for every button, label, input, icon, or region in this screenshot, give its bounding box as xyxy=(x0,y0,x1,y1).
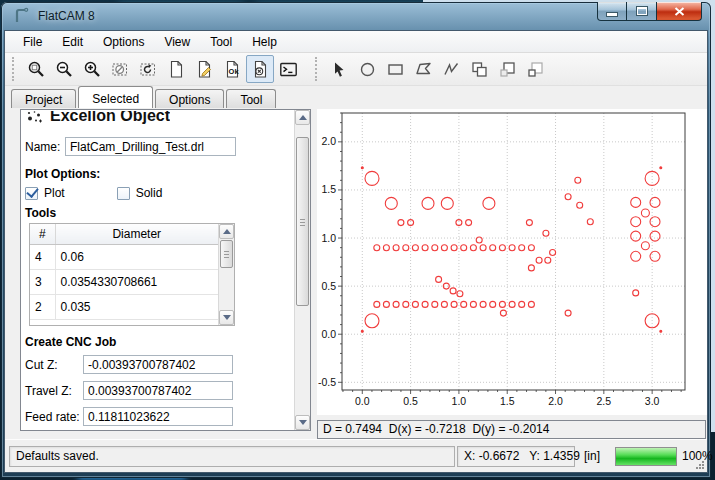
toolbar-editor-ok-button[interactable]: Ok xyxy=(218,55,246,83)
toolbar-drag-handle[interactable] xyxy=(315,57,319,81)
replot-icon xyxy=(139,60,158,79)
name-row: Name: xyxy=(25,137,236,156)
tab-options[interactable]: Options xyxy=(155,89,224,108)
toolbar-union-button[interactable] xyxy=(465,55,493,83)
menu-help[interactable]: Help xyxy=(242,32,287,52)
zoom-in-icon xyxy=(83,60,102,79)
feed-rate-row: Feed rate: xyxy=(25,407,233,426)
column-header-diameter[interactable]: Diameter xyxy=(55,224,219,244)
toolbar-draw-circle-button[interactable] xyxy=(353,55,381,83)
checkbox-icon[interactable] xyxy=(117,187,130,200)
scatter-plot[interactable]: 0.00.51.01.52.02.53.02.01.51.00.50.0-0.5 xyxy=(317,109,707,415)
menu-file[interactable]: File xyxy=(13,32,52,52)
editor-ok-icon: Ok xyxy=(223,60,242,79)
toolbar-intersect-button[interactable] xyxy=(521,55,549,83)
toolbar-zoom-out-button[interactable] xyxy=(50,55,78,83)
object-heading: Excellon Object xyxy=(25,111,170,131)
svg-text:2.5: 2.5 xyxy=(597,395,612,407)
intersect-icon xyxy=(526,60,545,79)
cut-z-row: Cut Z: xyxy=(25,355,233,374)
svg-text:0.5: 0.5 xyxy=(403,395,418,407)
toolbar-zoom-fit-button[interactable] xyxy=(22,55,50,83)
svg-text:1.0: 1.0 xyxy=(321,232,336,244)
toolbar-shell-button[interactable] xyxy=(274,55,302,83)
editor-cancel-icon xyxy=(251,60,270,79)
progress-bar xyxy=(615,447,677,466)
toolbar-drag-handle[interactable] xyxy=(12,57,16,81)
selected-tab-panel: Excellon Object Name: Plot Options: Plot… xyxy=(20,109,311,431)
main-area: Excellon Object Name: Plot Options: Plot… xyxy=(5,108,707,438)
drill-pattern-icon xyxy=(25,111,43,127)
toolbar-new-file-button[interactable] xyxy=(162,55,190,83)
table-row[interactable]: 30.0354330708661 xyxy=(30,269,219,294)
toolbar-draw-rectangle-button[interactable] xyxy=(381,55,409,83)
scroll-up-icon[interactable] xyxy=(219,224,234,239)
toolbar-draw-path-button[interactable] xyxy=(437,55,465,83)
table-cell[interactable]: 0.0354330708661 xyxy=(55,269,219,294)
table-row[interactable]: 20.035 xyxy=(30,294,219,319)
zoom-out-icon xyxy=(55,60,74,79)
table-cell[interactable]: 4 xyxy=(30,244,55,269)
title-bar[interactable]: FlatCAM 8 xyxy=(1,2,711,30)
feed-rate-input[interactable] xyxy=(83,407,233,426)
toolbar-edit-geometry-button[interactable] xyxy=(190,55,218,83)
tab-tool[interactable]: Tool xyxy=(226,89,276,108)
plot-canvas[interactable]: 0.00.51.01.52.02.53.02.01.51.00.50.0-0.5 xyxy=(317,109,707,415)
draw-circle-icon xyxy=(358,60,377,79)
draw-rectangle-icon xyxy=(386,60,405,79)
solid-checkbox[interactable]: Solid xyxy=(117,186,163,200)
units-label: [in] xyxy=(584,449,600,463)
svg-text:1.5: 1.5 xyxy=(321,183,336,195)
travel-z-input[interactable] xyxy=(83,381,233,400)
svg-text:1.5: 1.5 xyxy=(500,395,515,407)
resize-grip[interactable] xyxy=(693,458,705,470)
window-client-area: FileEditOptionsViewToolHelp Ok ProjectSe… xyxy=(4,30,708,473)
menu-options[interactable]: Options xyxy=(93,32,154,52)
toolbar-pointer-button[interactable] xyxy=(325,55,353,83)
maximize-icon xyxy=(637,7,647,15)
svg-text:3.0: 3.0 xyxy=(645,395,660,407)
table-cell[interactable]: 0.06 xyxy=(55,244,219,269)
status-bar: Defaults saved. X: -0.6672 Y: 1.4359 [in… xyxy=(5,439,707,472)
svg-text:0.0: 0.0 xyxy=(355,395,370,407)
tab-selected[interactable]: Selected xyxy=(78,86,153,108)
scroll-down-icon[interactable] xyxy=(219,310,234,325)
close-icon xyxy=(674,7,685,16)
name-input[interactable] xyxy=(65,137,236,156)
table-row[interactable]: 40.06 xyxy=(30,244,219,269)
draw-polygon-icon xyxy=(414,60,433,79)
plot-options-row: PlotSolid xyxy=(25,186,275,200)
scroll-down-icon[interactable] xyxy=(295,415,310,430)
name-label: Name: xyxy=(25,140,65,154)
table-cell[interactable]: 3 xyxy=(30,269,55,294)
menu-tool[interactable]: Tool xyxy=(200,32,242,52)
table-cell[interactable]: 0.035 xyxy=(55,294,219,319)
cut-z-input[interactable] xyxy=(83,355,233,374)
scrollbar-thumb[interactable] xyxy=(220,240,233,268)
toolbar-subtract-button[interactable] xyxy=(493,55,521,83)
tools-table-scrollbar[interactable] xyxy=(218,224,234,325)
toolbar-clear-plot-button[interactable] xyxy=(106,55,134,83)
window-title: FlatCAM 8 xyxy=(38,9,95,23)
toolbar-replot-button[interactable] xyxy=(134,55,162,83)
menu-view[interactable]: View xyxy=(154,32,200,52)
union-icon xyxy=(470,60,489,79)
scroll-up-icon[interactable] xyxy=(295,110,310,125)
flatcam-window: FlatCAM 8 FileEditOptionsViewToolHelp Ok… xyxy=(1,2,711,478)
minimize-button[interactable] xyxy=(597,2,627,21)
tools-table-header: #Diameter xyxy=(30,224,219,244)
column-header-num[interactable]: # xyxy=(30,224,55,244)
plot-checkbox[interactable]: Plot xyxy=(25,186,65,200)
toolbar-draw-polygon-button[interactable] xyxy=(409,55,437,83)
toolbar-editor-cancel-button[interactable] xyxy=(246,55,274,83)
shell-icon xyxy=(279,60,298,79)
maximize-button[interactable] xyxy=(627,2,656,21)
menu-edit[interactable]: Edit xyxy=(52,32,93,52)
toolbar-zoom-in-button[interactable] xyxy=(78,55,106,83)
table-cell[interactable]: 2 xyxy=(30,294,55,319)
tab-project[interactable]: Project xyxy=(11,89,76,108)
close-button[interactable] xyxy=(656,2,702,21)
scrollbar-thumb[interactable] xyxy=(296,137,309,306)
checkbox-icon[interactable] xyxy=(25,187,38,200)
panel-scrollbar[interactable] xyxy=(294,110,310,430)
